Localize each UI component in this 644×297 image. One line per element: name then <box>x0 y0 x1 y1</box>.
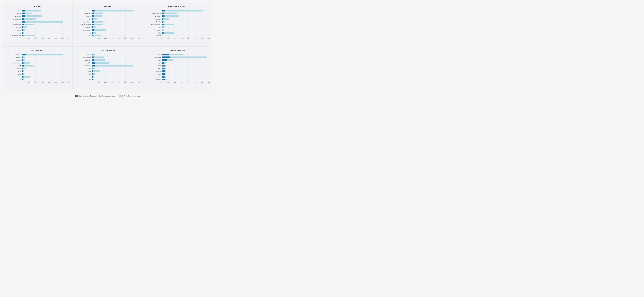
bar-fg-sadness-9 <box>92 35 93 36</box>
bar-bg-anxiety-4 <box>22 21 63 23</box>
bar-label-anxiety-5: psychological <box>13 24 22 25</box>
bar-label-poor-concentration-6: self <box>159 26 161 28</box>
bar-label-fear-of-medicine-0: fear <box>158 54 161 55</box>
bar-fg-anxiety-9 <box>22 35 24 36</box>
bar-fg-poor-concentration-6 <box>162 26 162 28</box>
bar-label-fear-of-medicine-6: intense <box>156 70 161 72</box>
bar-label-poor-memory-6: brain <box>18 70 21 72</box>
x-tick-fear-of-medicine-1000: 1000 <box>194 82 196 83</box>
bar-label-sadness-1: treatment <box>85 13 91 14</box>
chart-panel-loss-of-appetite: Loss of Appetitebiscuitspsychologicaltre… <box>73 47 142 90</box>
bar-label-poor-concentration-2: medicine <box>156 15 161 17</box>
bar-fg-fear-of-medicine-6 <box>162 70 165 72</box>
x-tick-poor-memory-1500: 1500 <box>41 82 44 83</box>
chart-svg-poor-concentration: depressionpharmaceuticalmedicinetreatmen… <box>144 9 210 41</box>
bar-fg-poor-memory-8 <box>22 76 24 78</box>
chart-svg-fear-of-medicine: fearmedicineneedlengthtakemindintensewen… <box>144 53 210 85</box>
bar-fg-anxiety-1 <box>22 13 24 14</box>
x-tick-fear-of-medicine-0: 0 <box>162 82 162 83</box>
bar-label-loss-of-appetite-9: light <box>89 79 91 80</box>
bar-fg-anxiety-4 <box>22 21 25 23</box>
x-tick-poor-memory-500: 500 <box>28 82 30 83</box>
bar-label-poor-memory-8: anti (depression) <box>11 76 21 78</box>
x-tick-loss-of-appetite-3000: 3000 <box>131 82 134 83</box>
x-tick-sadness-3500: 3500 <box>138 38 140 39</box>
bar-label-poor-memory-4: pills <box>19 65 22 66</box>
x-tick-sadness-1500: 1500 <box>111 38 113 39</box>
chart-panel-poor-concentration: Poor Concentrationdepressionpharmaceutic… <box>142 3 212 46</box>
chart-title-poor-concentration: Poor Concentration <box>144 5 210 7</box>
bar-fg-anxiety-8 <box>22 32 23 34</box>
bar-fg-fear-of-medicine-5 <box>162 67 165 69</box>
bar-label-poor-concentration-8: pills <box>158 32 161 34</box>
bar-label-loss-of-appetite-1: psychological <box>83 57 91 58</box>
bar-label-poor-concentration-5: anti (depression) <box>150 24 161 25</box>
x-tick-sadness-500: 500 <box>98 38 100 39</box>
bar-label-sadness-6: symptoms <box>85 26 91 28</box>
bar-label-fear-of-medicine-9: thoughts <box>156 79 161 80</box>
bar-fg-loss-of-appetite-2 <box>92 59 94 61</box>
bar-fg-poor-memory-5 <box>22 67 23 69</box>
bar-label-sadness-5: anti (depression) <box>81 24 91 25</box>
x-tick-poor-memory-1000: 1000 <box>34 82 37 83</box>
bar-fg-anxiety-2 <box>22 15 25 17</box>
bar-fg-loss-of-appetite-9 <box>92 79 93 80</box>
bar-label-anxiety-0: medicine <box>16 10 22 11</box>
bar-label-poor-concentration-1: pharmaceutical <box>152 13 161 14</box>
bar-bg-poor-concentration-0 <box>162 10 203 11</box>
bar-label-loss-of-appetite-5: eat <box>89 68 91 69</box>
bar-fg-poor-memory-0 <box>22 54 26 55</box>
legend-area: Estimated term frequency within the sele… <box>3 93 212 99</box>
bar-label-loss-of-appetite-2: treatment <box>85 59 91 61</box>
bar-label-loss-of-appetite-8: alone <box>88 76 91 78</box>
bar-bg-sadness-0 <box>92 10 133 11</box>
x-tick-loss-of-appetite-2500: 2500 <box>124 82 127 83</box>
bar-fg-poor-memory-6 <box>22 70 23 72</box>
bar-label-fear-of-medicine-8: decided <box>156 76 161 78</box>
x-tick-loss-of-appetite-2000: 2000 <box>118 82 120 83</box>
chart-panel-anxiety: Anxietymedicineanxietydepressionpsycholo… <box>3 3 72 46</box>
bar-fg-fear-of-medicine-1 <box>162 56 170 58</box>
overall-swatch <box>120 95 122 97</box>
bar-label-poor-concentration-4: disorder <box>156 21 161 23</box>
bar-fg-poor-memory-3 <box>22 62 24 64</box>
bar-label-poor-memory-2: medicine <box>16 59 22 61</box>
x-tick-sadness-0: 0 <box>92 38 92 39</box>
x-tick-anxiety-500: 500 <box>28 38 30 39</box>
bar-fg-loss-of-appetite-1 <box>92 56 94 58</box>
x-tick-anxiety-2500: 2500 <box>54 38 57 39</box>
bar-label-poor-memory-5: patient <box>17 68 22 69</box>
bar-fg-poor-memory-7 <box>22 73 23 75</box>
bar-fg-poor-concentration-7 <box>162 29 162 31</box>
bar-label-anxiety-9: pharmaceutical <box>12 35 21 36</box>
bar-fg-poor-concentration-5 <box>162 24 164 25</box>
bar-fg-fear-of-medicine-8 <box>162 76 164 78</box>
x-tick-anxiety-3500: 3500 <box>68 38 70 39</box>
x-tick-fear-of-medicine-200: 200 <box>168 82 170 83</box>
x-tick-fear-of-medicine-400: 400 <box>174 82 176 83</box>
bar-label-sadness-4: psychological <box>83 21 91 23</box>
x-tick-loss-of-appetite-500: 500 <box>98 82 100 83</box>
bar-fg-poor-concentration-8 <box>162 32 164 34</box>
bar-fg-sadness-5 <box>92 24 94 25</box>
bar-label-poor-memory-0: depression <box>14 54 21 55</box>
bar-label-loss-of-appetite-0: biscuits <box>86 54 91 55</box>
x-tick-sadness-1000: 1000 <box>104 38 107 39</box>
bar-fg-fear-of-medicine-3 <box>162 62 164 64</box>
bar-fg-fear-of-medicine-9 <box>162 79 165 80</box>
bar-fg-loss-of-appetite-0 <box>92 54 93 55</box>
bar-label-fear-of-medicine-7: went <box>158 73 161 75</box>
bar-label-poor-memory-1: memory <box>16 57 21 58</box>
bar-fg-sadness-1 <box>92 13 94 14</box>
bar-label-poor-concentration-0: depression <box>154 10 161 11</box>
bar-fg-anxiety-0 <box>22 10 25 11</box>
bar-bg-poor-memory-0 <box>22 54 63 55</box>
x-tick-sadness-2500: 2500 <box>124 38 127 39</box>
bar-fg-anxiety-3 <box>22 18 24 20</box>
bar-fg-fear-of-medicine-2 <box>162 59 167 61</box>
bar-label-loss-of-appetite-6: thing <box>88 70 91 72</box>
bar-fg-poor-memory-9 <box>22 79 23 80</box>
chart-panel-poor-memory: Poor Memorydepressionmemorymedicineanti … <box>3 47 72 90</box>
bar-fg-sadness-7 <box>92 29 94 31</box>
x-tick-poor-concentration-0: 0 <box>162 38 162 39</box>
